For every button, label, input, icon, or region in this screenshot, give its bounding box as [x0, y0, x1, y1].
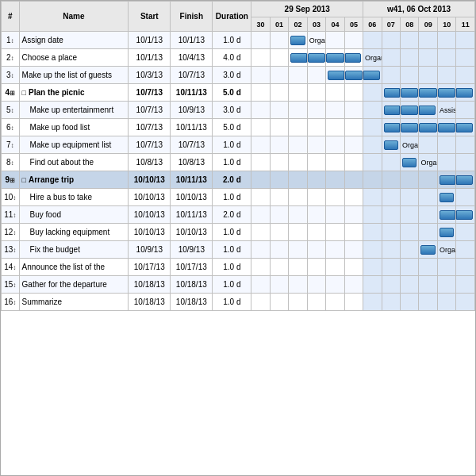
task-icon: ↕ — [13, 229, 16, 236]
row-finish: 10/8/13 — [171, 154, 213, 171]
row-duration: 1.0 d — [213, 259, 251, 276]
table-row[interactable]: 4⊞□Plan the picnic10/7/1310/11/135.0 d — [2, 84, 475, 102]
table-row[interactable]: 13↕Fix the budget10/9/1310/9/131.0 dOrga… — [2, 241, 475, 259]
gantt-cell-d2 — [289, 49, 307, 67]
gantt-cell-d5 — [344, 32, 363, 49]
gantt-cell-d4 — [326, 189, 344, 206]
gantt-bar — [440, 210, 455, 220]
table-row[interactable]: 5↕Make up entertainmenrt10/7/1310/9/133.… — [2, 102, 475, 119]
gantt-cell-d5 — [344, 154, 363, 171]
gantt-cell-d3 — [307, 49, 325, 67]
row-start: 10/3/13 — [129, 67, 171, 84]
table-row[interactable]: 11↕Buy food10/10/1310/11/132.0 d — [2, 206, 475, 224]
row-num-11: 11↕ — [2, 206, 20, 224]
table-row[interactable]: 16↕Summarize10/18/1310/18/131.0 d — [2, 294, 475, 311]
gantt-cell-d3 — [307, 102, 325, 119]
group-expand-icon[interactable]: □ — [22, 176, 26, 184]
gantt-cell-d6 — [363, 102, 382, 119]
table-row[interactable]: 7↕Make up equipment list10/7/1310/7/131.… — [2, 136, 475, 154]
gantt-cell-d6 — [363, 276, 382, 294]
row-num-4: 4⊞ — [2, 84, 20, 102]
gantt-cell-d10 — [437, 84, 455, 102]
gantt-cell-d10 — [437, 294, 455, 311]
row-start: 10/7/13 — [129, 119, 171, 136]
gantt-cell-d6 — [363, 294, 382, 311]
gantt-cell-d3 — [307, 119, 325, 136]
gantt-cell-d2 — [289, 154, 307, 171]
gantt-cell-d10 — [437, 154, 455, 171]
gantt-cell-d2 — [289, 102, 307, 119]
row-finish: 10/10/13 — [171, 224, 213, 241]
table-row[interactable]: 9⊞□Arrange trip10/10/1310/11/132.0 d — [2, 171, 475, 189]
gantt-cell-d8 — [401, 189, 419, 206]
gantt-cell-d9 — [419, 49, 437, 67]
gantt-cell-d1 — [270, 84, 288, 102]
gantt-bar — [440, 175, 455, 185]
gantt-bar — [402, 158, 416, 167]
row-num-15: 15↕ — [2, 276, 20, 294]
row-start: 10/18/13 — [129, 294, 171, 311]
gantt-cell-d4 — [326, 206, 344, 224]
gantt-bar — [345, 53, 361, 63]
table-row[interactable]: 15↕Gather for the departure10/18/1310/18… — [2, 276, 475, 294]
gantt-cell-d0 — [251, 206, 270, 224]
group-expand-icon[interactable]: □ — [22, 89, 26, 97]
table-row[interactable]: 1↕Assign date10/1/1310/1/131.0 dOrganize… — [2, 32, 475, 49]
gantt-cell-d9: Organizer — [419, 154, 437, 171]
gantt-bar-label: Organizer — [420, 158, 437, 167]
row-finish: 10/11/13 — [171, 84, 213, 102]
row-duration: 1.0 d — [213, 32, 251, 49]
gantt-cell-d3 — [307, 259, 325, 276]
gantt-cell-d5 — [344, 49, 363, 67]
gantt-cell-d10 — [437, 276, 455, 294]
gantt-cell-d4 — [326, 119, 344, 136]
gantt-bar — [384, 106, 400, 115]
row-start: 10/10/13 — [129, 189, 171, 206]
table-row[interactable]: 14↕Announce the list of the10/17/1310/17… — [2, 259, 475, 276]
gantt-cell-d8: Organizer — [401, 136, 419, 154]
gantt-cell-d1 — [270, 67, 288, 84]
gantt-cell-d8 — [401, 84, 419, 102]
day-header-02: 02 — [289, 17, 307, 32]
row-name: Choose a place — [19, 49, 129, 67]
gantt-cell-d5 — [344, 189, 363, 206]
row-finish: 10/17/13 — [171, 259, 213, 276]
gantt-cell-d3 — [307, 276, 325, 294]
gantt-cell-d9 — [419, 136, 437, 154]
gantt-cell-d8 — [401, 276, 419, 294]
gantt-cell-d0 — [251, 276, 270, 294]
gantt-cell-d7 — [382, 49, 400, 67]
gantt-cell-d10 — [437, 259, 455, 276]
gantt-cell-d7 — [382, 189, 400, 206]
gantt-bar — [384, 88, 400, 98]
row-name: Fix the budget — [19, 241, 129, 259]
table-row[interactable]: 10↕Hire a bus to take10/10/1310/10/131.0… — [2, 189, 475, 206]
row-name: Find out about the — [19, 154, 129, 171]
gantt-cell-d11 — [456, 136, 475, 154]
gantt-cell-d11 — [456, 154, 475, 171]
row-num-1: 1↕ — [2, 32, 20, 49]
gantt-cell-d3 — [307, 84, 325, 102]
table-row[interactable]: 8↕Find out about the10/8/1310/8/131.0 dO… — [2, 154, 475, 171]
gantt-cell-d4 — [326, 67, 344, 84]
gantt-cell-d6 — [363, 67, 382, 84]
table-row[interactable]: 3↕Make up the list of guests10/3/1310/7/… — [2, 67, 475, 84]
table-row[interactable]: 2↕Choose a place10/1/1310/4/134.0 dOrgan… — [2, 49, 475, 67]
gantt-bar — [419, 88, 436, 98]
gantt-cell-d0 — [251, 84, 270, 102]
gantt-cell-d8 — [401, 32, 419, 49]
gantt-cell-d6 — [363, 154, 382, 171]
gantt-cell-d4 — [326, 84, 344, 102]
gantt-cell-d10 — [437, 224, 455, 241]
table-row[interactable]: 6↕Make up food list10/7/1310/11/135.0 d — [2, 119, 475, 136]
row-finish: 10/18/13 — [171, 294, 213, 311]
gantt-cell-d1 — [270, 102, 288, 119]
gantt-cell-d0 — [251, 171, 270, 189]
table-row[interactable]: 12↕Buy lacking equipment10/10/1310/10/13… — [2, 224, 475, 241]
row-finish: 10/10/13 — [171, 189, 213, 206]
task-icon: ↕ — [11, 159, 14, 167]
gantt-cell-d11 — [456, 241, 475, 259]
gantt-cell-d2 — [289, 259, 307, 276]
gantt-cell-d4 — [326, 102, 344, 119]
gantt-cell-d4 — [326, 32, 344, 49]
